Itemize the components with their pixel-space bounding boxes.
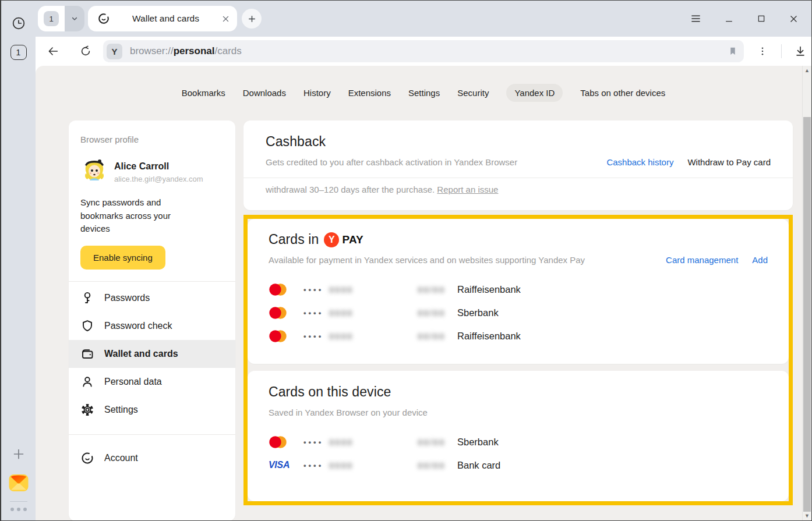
bookmark-flag-icon[interactable] [728, 45, 738, 57]
cashback-note: withdrawal 30–120 days after the purchas… [243, 178, 793, 210]
key-icon [80, 291, 94, 305]
window-maximize-icon[interactable] [757, 14, 766, 23]
yandex-logo-icon: Y [324, 232, 339, 247]
kebab-menu-icon[interactable] [752, 41, 773, 62]
scroll-up-arrow-icon[interactable]: ▲ [803, 66, 811, 75]
nav-history[interactable]: History [303, 88, 331, 98]
app-sidebar: 1 [1, 1, 36, 520]
menu-label: Personal data [104, 377, 162, 387]
card-expiry-blurred: 00/00 [418, 460, 457, 470]
tab-group-chevron[interactable] [65, 6, 84, 31]
enable-syncing-button[interactable]: Enable syncing [80, 246, 165, 270]
yandex-id-favicon [97, 12, 110, 25]
nav-bookmarks[interactable]: Bookmarks [182, 88, 225, 98]
window-close-icon[interactable] [789, 14, 799, 24]
person-icon [80, 375, 94, 389]
active-tab[interactable]: Wallet and cards [88, 6, 237, 31]
page-scrollbar[interactable]: ▲ ▼ [802, 66, 811, 520]
device-cards-subtitle: Saved in Yandex Browser on your device [269, 407, 768, 417]
card-bank-name: Raiffeisenbank [457, 284, 768, 295]
profile-email: alice.the.girl@yandex.com [114, 175, 203, 183]
highlight-box: Cards in Y PAY Available for payment in … [243, 215, 793, 505]
back-icon[interactable] [43, 41, 63, 62]
ypay-subtitle: Available for payment in Yandex services… [269, 255, 666, 265]
card-row[interactable]: •••• 0000 00/00 Raiffeisenbank [248, 278, 789, 301]
device-card-list: •••• 0000 00/00 Sberbank VISA •••• 0000 [248, 430, 789, 477]
cashback-title: Cashback [266, 134, 771, 150]
shield-icon [80, 319, 94, 333]
reload-icon[interactable] [75, 41, 96, 62]
add-card-link[interactable]: Add [752, 255, 768, 265]
profile-panel: Browser profile [69, 120, 235, 520]
menu-item-account[interactable]: Account [69, 444, 235, 472]
menu-label: Account [104, 453, 138, 463]
card-mask-dots: •••• [303, 309, 329, 317]
ypay-cards-card: Cards in Y PAY Available for payment in … [248, 219, 789, 364]
tab-title: Wallet and cards [110, 13, 221, 24]
sidebar-add-icon[interactable] [11, 446, 26, 462]
tab-group-count[interactable]: 1 [44, 11, 59, 26]
tab-list-button[interactable]: 1 [10, 45, 27, 60]
card-management-link[interactable]: Card management [666, 255, 738, 265]
settings-nav: Bookmarks Downloads History Extensions S… [36, 84, 811, 102]
menu-item-passwords[interactable]: Passwords [69, 284, 235, 312]
history-clock-icon[interactable] [11, 16, 26, 31]
report-an-issue-link[interactable]: Report an issue [437, 185, 498, 194]
tab-close-icon[interactable] [221, 15, 230, 23]
menu-label: Settings [104, 405, 138, 415]
mastercard-icon [269, 435, 303, 449]
card-expiry-blurred: 00/00 [418, 308, 457, 318]
scroll-down-arrow-icon[interactable]: ▼ [803, 511, 811, 520]
visa-icon: VISA [269, 460, 303, 470]
window-minimize-icon[interactable] [724, 14, 734, 23]
url-bar[interactable]: Y browser://personal/cards [103, 40, 744, 62]
card-expiry-blurred: 00/00 [418, 285, 457, 295]
nav-security[interactable]: Security [457, 88, 489, 98]
gear-icon [80, 403, 94, 417]
card-expiry-blurred: 00/00 [418, 437, 457, 447]
card-mask-dots: •••• [303, 438, 329, 446]
card-mask-dots: •••• [303, 332, 329, 341]
new-tab-button[interactable] [242, 9, 262, 29]
card-row[interactable]: •••• 0000 00/00 Raiffeisenbank [248, 324, 789, 348]
menu-item-personal-data[interactable]: Personal data [69, 368, 235, 396]
cashback-history-link[interactable]: Cashback history [606, 157, 673, 167]
withdraw-to-pay-card-link[interactable]: Withdraw to Pay card [687, 157, 771, 167]
tab-group-control[interactable]: 1 [38, 6, 84, 31]
yandex-mail-app-icon[interactable] [8, 472, 29, 493]
menu-item-password-check[interactable]: Password check [69, 312, 235, 340]
browser-menu-icon[interactable] [690, 14, 701, 23]
menu-item-wallet-and-cards[interactable]: Wallet and cards [69, 340, 235, 368]
nav-settings[interactable]: Settings [408, 88, 440, 98]
card-row[interactable]: •••• 0000 00/00 Sberbank [248, 430, 789, 453]
url-text[interactable]: browser://personal/cards [130, 45, 728, 57]
sidebar-more-icon[interactable] [10, 508, 27, 511]
menu-label: Passwords [104, 293, 150, 303]
menu-item-settings[interactable]: Settings [69, 396, 235, 424]
nav-tabs-other-devices[interactable]: Tabs on other devices [580, 88, 665, 98]
scrollbar-thumb[interactable] [803, 117, 811, 512]
card-number-blurred: 0000 [329, 460, 418, 470]
cashback-subtitle: Gets credited to you after cashback acti… [266, 157, 606, 167]
profile-section-label: Browser profile [80, 134, 224, 144]
avatar[interactable] [80, 157, 108, 185]
nav-downloads[interactable]: Downloads [243, 88, 286, 98]
menu-label: Wallet and cards [104, 349, 178, 359]
settings-menu: Passwords Password check W [69, 282, 235, 426]
settings-page: Bookmarks Downloads History Extensions S… [36, 66, 811, 520]
nav-extensions[interactable]: Extensions [348, 88, 391, 98]
cashback-card: Cashback Gets credited to you after cash… [243, 120, 793, 210]
ypay-title-prefix: Cards in [269, 232, 319, 247]
downloads-icon[interactable] [790, 41, 811, 62]
card-bank-name: Sberbank [457, 307, 768, 318]
card-number-blurred: 0000 [329, 331, 418, 341]
scrollbar-track[interactable] [803, 75, 811, 511]
site-favicon-y: Y [107, 44, 122, 59]
wallet-icon [80, 347, 94, 361]
card-row[interactable]: •••• 0000 00/00 Sberbank [248, 301, 789, 324]
tab-strip: 1 Wallet and cards [36, 1, 811, 37]
sync-description: Sync passwords and bookmarks across your… [80, 196, 191, 236]
nav-yandex-id[interactable]: Yandex ID [506, 84, 563, 102]
card-row[interactable]: VISA •••• 0000 00/00 Bank card [248, 453, 789, 477]
card-bank-name: Sberbank [457, 437, 768, 448]
